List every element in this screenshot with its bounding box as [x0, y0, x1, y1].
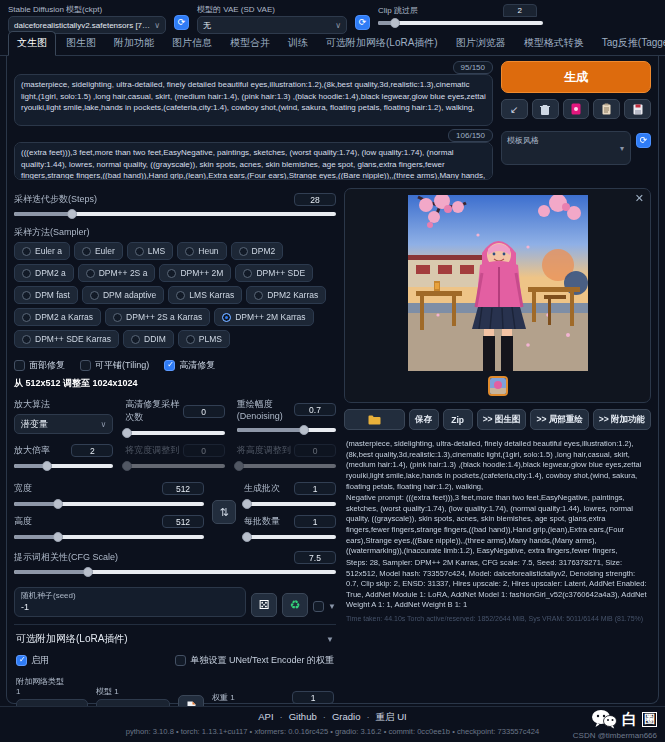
tab[interactable]: 文生图	[8, 31, 56, 56]
paste-params-button[interactable]: ↙	[501, 99, 528, 119]
styles-refresh-button[interactable]: ⟳	[636, 133, 651, 148]
sampler-radio[interactable]: DPM2 a	[14, 264, 74, 282]
denoise-slider[interactable]	[237, 424, 336, 435]
lora-separate-weights-checkbox[interactable]: 单独设置 UNet/Text Encoder 的权重	[175, 654, 334, 667]
denoise-value[interactable]: 0.7	[294, 403, 336, 416]
denoise-label: 重绘幅度(Denoising)	[237, 398, 294, 421]
sampler-radio[interactable]: DPM adaptive	[82, 286, 164, 304]
lora-enable-checkbox[interactable]: 启用	[16, 654, 49, 667]
batch-count-slider[interactable]	[244, 498, 336, 509]
vae-label: 模型的 VAE (SD VAE)	[197, 4, 347, 15]
tab[interactable]: 模型格式转换	[516, 32, 592, 55]
close-icon[interactable]: ✕	[635, 192, 644, 205]
lora-weight-value[interactable]: 1	[292, 691, 334, 704]
cfg-value[interactable]: 7.5	[294, 551, 336, 564]
seed-extra-checkbox[interactable]	[313, 601, 324, 612]
sampler-radio[interactable]: Euler	[74, 242, 123, 260]
tab[interactable]: 图片信息	[164, 32, 220, 55]
footer-link[interactable]: Github	[274, 711, 317, 722]
sampler-radio[interactable]: LMS	[127, 242, 173, 260]
face-restore-checkbox[interactable]: 面部修复	[14, 359, 65, 372]
save-style-button[interactable]	[624, 99, 651, 119]
vae-refresh-button[interactable]: ⟳	[355, 15, 370, 30]
height-slider[interactable]	[14, 531, 204, 542]
footer-link[interactable]: Gradio	[317, 711, 361, 722]
checkbox-icon	[80, 360, 91, 371]
upscaler-select[interactable]: 潜变量 ∨	[14, 414, 113, 434]
gallery-action-button[interactable]: >> 附加功能	[593, 409, 651, 430]
radio-icon	[185, 247, 194, 256]
gallery-action-button[interactable]: Zip	[443, 409, 473, 430]
lora-accordion-header[interactable]: 可选附加网络(LoRA插件) ▼	[14, 625, 336, 651]
clear-prompt-button[interactable]	[532, 99, 559, 119]
sampler-radio[interactable]: DPM++ 2M Karras	[214, 308, 313, 326]
tab[interactable]: 训练	[280, 32, 316, 55]
tab[interactable]: 可选附加网络(LoRA插件)	[318, 32, 446, 55]
sampler-radio[interactable]: Heun	[177, 242, 226, 260]
sampler-radio[interactable]: DDIM	[123, 330, 174, 348]
cfg-label: 提示词相关性(CFG Scale)	[14, 551, 118, 564]
generate-button[interactable]: 生成	[501, 61, 651, 93]
tab[interactable]: 图生图	[58, 32, 104, 55]
brand-bai: 白	[622, 710, 637, 729]
steps-slider[interactable]	[14, 208, 336, 219]
tab[interactable]: 附加功能	[106, 32, 162, 55]
gallery-action-button[interactable]: >> 局部重绘	[530, 409, 588, 430]
negative-token-counter: 106/150	[448, 129, 493, 142]
hires-fix-checkbox[interactable]: 高清修复	[164, 359, 215, 372]
sampler-radio[interactable]: PLMS	[178, 330, 230, 348]
gallery-action-button[interactable]: >> 图生图	[477, 409, 527, 430]
cfg-slider[interactable]	[14, 566, 336, 577]
main-tabs: 文生图 图生图 附加功能 图片信息 模型合并 训练 可选附加网络(LoRA插件)…	[0, 32, 665, 56]
ckpt-refresh-button[interactable]: ⟳	[174, 15, 189, 30]
batch-size-value[interactable]: 1	[294, 515, 336, 528]
prompt-input[interactable]: (masterpiece, sidelighting, ultra-detail…	[14, 74, 493, 126]
batch-size-label: 每批数量	[244, 515, 280, 528]
sampler-radio[interactable]: LMS Karras	[168, 286, 242, 304]
random-seed-button[interactable]: ⚄	[251, 593, 277, 617]
upscale-by-value[interactable]: 2	[71, 444, 113, 457]
negative-prompt-input[interactable]: (((extra feet))),3 feet,more than two fe…	[14, 142, 493, 180]
seed-input[interactable]: 随机种子(seed) -1	[14, 587, 246, 617]
hires-steps-slider[interactable]	[125, 427, 224, 438]
tab[interactable]: 图片浏览器	[448, 32, 514, 55]
hires-steps-label: 高清修复采样次数	[125, 398, 182, 424]
batch-count-value[interactable]: 1	[294, 482, 336, 495]
open-folder-button[interactable]	[344, 409, 405, 430]
tiling-checkbox[interactable]: 可平铺(Tiling)	[80, 359, 149, 372]
sampler-radio[interactable]: DPM2 Karras	[246, 286, 326, 304]
sampler-radio[interactable]: DPM2	[231, 242, 284, 260]
footer-links: APIGithubGradio重启 UI	[0, 711, 665, 724]
reuse-seed-button[interactable]: ♻	[282, 593, 308, 617]
gallery-action-button[interactable]: 保存	[409, 409, 439, 430]
sampler-label: 采样方法(Sampler)	[14, 227, 90, 237]
steps-value[interactable]: 28	[294, 193, 336, 206]
upscale-by-slider[interactable]	[14, 460, 113, 471]
batch-size-slider[interactable]	[244, 531, 336, 542]
radio-icon	[254, 291, 263, 300]
seed-row: 随机种子(seed) -1 ⚄ ♻ ▼	[14, 583, 336, 624]
generated-image[interactable]	[408, 195, 588, 371]
apply-style-button[interactable]	[593, 99, 620, 119]
sampler-radio[interactable]: DPM++ 2S a	[78, 264, 156, 282]
clip-skip-slider[interactable]	[378, 17, 543, 28]
sampler-radio[interactable]: DPM++ SDE	[235, 264, 313, 282]
sampler-radio[interactable]: Euler a	[14, 242, 70, 260]
width-value[interactable]: 512	[162, 482, 204, 495]
extra-networks-button[interactable]	[563, 99, 590, 119]
hires-steps-value[interactable]: 0	[183, 405, 225, 418]
sampler-radio[interactable]: DPM++ SDE Karras	[14, 330, 119, 348]
sampler-radio[interactable]: DPM2 a Karras	[14, 308, 101, 326]
swap-dimensions-button[interactable]: ⇅	[212, 500, 236, 524]
footer-link[interactable]: API	[258, 711, 273, 722]
sampler-radio[interactable]: DPM fast	[14, 286, 78, 304]
tab[interactable]: 模型合并	[222, 32, 278, 55]
gallery-thumbnail[interactable]	[488, 376, 508, 396]
width-slider[interactable]	[14, 498, 204, 509]
styles-select[interactable]: 模板风格 ▾	[501, 131, 631, 165]
sampler-radio[interactable]: DPM++ 2M	[159, 264, 231, 282]
tab[interactable]: Tag反推(Tagger)	[594, 32, 665, 55]
sampler-radio[interactable]: DPM++ 2S a Karras	[105, 308, 210, 326]
height-value[interactable]: 512	[162, 515, 204, 528]
footer-link[interactable]: 重启 UI	[360, 711, 406, 722]
